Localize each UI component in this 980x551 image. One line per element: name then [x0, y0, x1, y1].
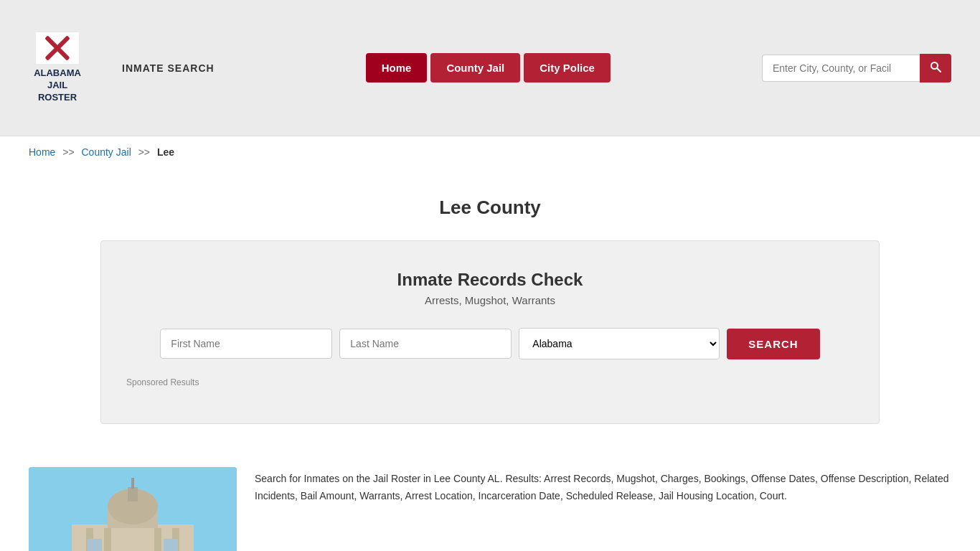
logo: ALABAMA JAIL ROSTER [29, 32, 86, 104]
svg-rect-14 [88, 539, 102, 551]
nav-city-police-button[interactable]: City Police [524, 53, 611, 83]
header-search-button[interactable] [920, 54, 951, 83]
header-search-input[interactable] [762, 55, 920, 82]
records-search-button[interactable]: SEARCH [727, 329, 819, 359]
logo-line2: JAIL ROSTER [29, 80, 86, 104]
state-select[interactable]: Alabama [519, 328, 720, 359]
sponsored-label: Sponsored Results [123, 377, 857, 387]
main-content: Lee County Inmate Records Check Arrests,… [0, 168, 980, 467]
first-name-input[interactable] [160, 329, 332, 359]
breadcrumb: Home >> County Jail >> Lee [0, 136, 980, 168]
logo-area: ALABAMA JAIL ROSTER INMATE SEARCH [29, 32, 215, 104]
records-search-form: Alabama SEARCH [123, 328, 857, 359]
breadcrumb-home[interactable]: Home [29, 146, 55, 158]
site-header: ALABAMA JAIL ROSTER INMATE SEARCH Home C… [0, 0, 980, 136]
nav-home-button[interactable]: Home [366, 53, 428, 83]
breadcrumb-sep1: >> [62, 146, 74, 158]
records-check-subtitle: Arrests, Mugshot, Warrants [123, 294, 857, 306]
breadcrumb-sep2: >> [138, 146, 150, 158]
description-paragraph: Search for Inmates on the Jail Roster in… [255, 471, 951, 505]
svg-rect-11 [154, 528, 161, 551]
last-name-input[interactable] [339, 329, 512, 359]
records-check-box: Inmate Records Check Arrests, Mugshot, W… [100, 240, 880, 424]
courthouse-svg [29, 467, 237, 551]
alabama-flag-icon [36, 32, 79, 64]
header-search-area [762, 54, 951, 83]
logo-text: ALABAMA JAIL ROSTER [29, 67, 86, 104]
page-title: Lee County [29, 197, 951, 219]
svg-rect-7 [128, 487, 138, 501]
breadcrumb-county-jail[interactable]: County Jail [82, 146, 131, 158]
logo-line1: ALABAMA [29, 67, 86, 80]
inmate-search-link[interactable]: INMATE SEARCH [122, 62, 215, 74]
svg-line-1 [937, 68, 941, 72]
breadcrumb-current: Lee [157, 146, 174, 158]
main-nav: Home County Jail City Police [229, 53, 748, 83]
records-check-title: Inmate Records Check [123, 270, 857, 290]
search-icon [930, 61, 941, 72]
description-text: Search for Inmates on the Jail Roster in… [255, 467, 951, 551]
nav-county-jail-button[interactable]: County Jail [430, 53, 520, 83]
bottom-section: Search for Inmates on the Jail Roster in… [0, 467, 980, 551]
courthouse-image [29, 467, 237, 551]
svg-rect-15 [164, 539, 178, 551]
svg-rect-10 [104, 528, 111, 551]
svg-rect-8 [131, 478, 134, 489]
